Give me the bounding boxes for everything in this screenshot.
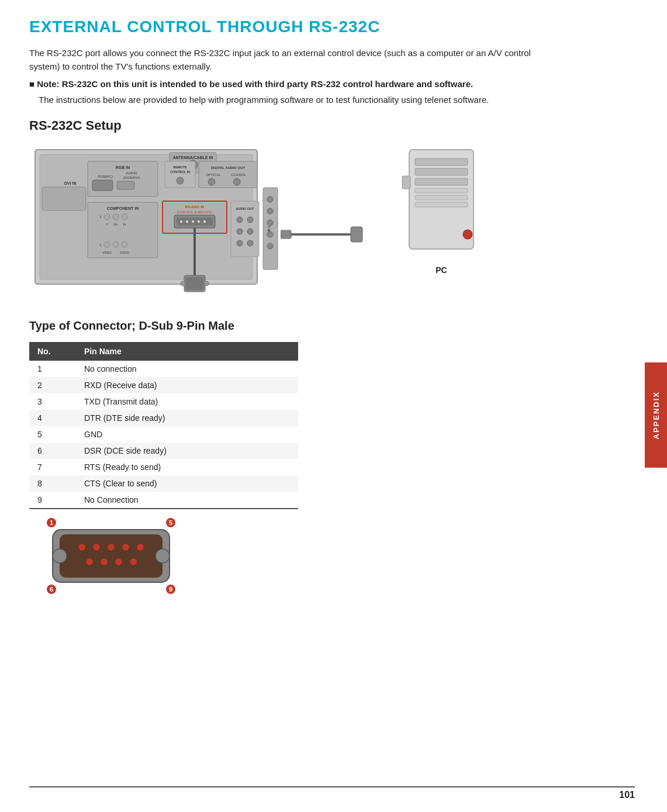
svg-point-19 xyxy=(208,178,215,185)
bottom-rule xyxy=(29,786,635,787)
note-bold: Note: RS-232C on this unit is intended t… xyxy=(29,78,532,91)
dsub-pin6-label: 6 xyxy=(47,585,56,594)
table-cell-no: 1 xyxy=(29,361,76,377)
table-cell-pin: CTS (Clear to send) xyxy=(76,475,298,492)
svg-point-91 xyxy=(86,558,93,565)
svg-point-33 xyxy=(113,241,119,247)
svg-text:AUDIO: AUDIO xyxy=(120,251,129,254)
svg-point-81 xyxy=(463,230,472,239)
svg-point-48 xyxy=(198,220,200,223)
svg-text:AUDIO: AUDIO xyxy=(126,171,137,175)
dsub-pin9-label: 9 xyxy=(166,585,175,594)
svg-point-90 xyxy=(137,544,144,551)
table-row: 7RTS (Ready to send) xyxy=(29,459,298,475)
svg-point-29 xyxy=(104,214,110,220)
svg-rect-74 xyxy=(415,158,468,165)
svg-point-64 xyxy=(267,243,273,249)
svg-rect-79 xyxy=(415,202,468,207)
note-sub: The instructions below are provided to h… xyxy=(29,94,532,107)
svg-text:Pb: Pb xyxy=(114,223,117,226)
svg-point-63 xyxy=(267,231,273,237)
table-cell-no: 5 xyxy=(29,426,76,443)
svg-rect-77 xyxy=(415,188,468,193)
svg-text:DVI IN: DVI IN xyxy=(64,181,77,185)
page-title: EXTERNAL CONTROL THROUGH RS-232C xyxy=(29,18,638,36)
svg-text:(CONTROL & SERVICE): (CONTROL & SERVICE) xyxy=(177,210,212,214)
svg-point-34 xyxy=(122,241,127,247)
svg-text:AUDIO OUT: AUDIO OUT xyxy=(236,207,255,210)
svg-text:RGB(PC): RGB(PC) xyxy=(98,175,112,178)
svg-point-46 xyxy=(186,220,188,223)
table-row: 9No Connection xyxy=(29,492,298,509)
dsub-diagram: 1 5 6 9 xyxy=(29,515,193,597)
svg-rect-11 xyxy=(92,180,113,191)
intro-paragraph: The RS-232C port allows you connect the … xyxy=(29,47,532,73)
svg-text:REMOTE: REMOTE xyxy=(173,165,187,169)
table-row: 2RXD (Receive data) xyxy=(29,377,298,393)
section-setup-title: RS-232C Setup xyxy=(29,118,638,133)
svg-point-31 xyxy=(122,214,127,220)
pc-device-svg xyxy=(398,144,485,261)
table-row: 8CTS (Clear to send) xyxy=(29,475,298,492)
dsub-pin5-label: 5 xyxy=(166,518,175,527)
pc-label: PC xyxy=(436,265,447,275)
svg-point-55 xyxy=(247,229,253,234)
dsub-diagram-container: 1 5 6 9 xyxy=(29,515,638,597)
svg-rect-25 xyxy=(88,202,158,258)
svg-text:RS-232C IN: RS-232C IN xyxy=(185,205,204,209)
cable-diagram xyxy=(281,144,398,302)
table-row: 4DTR (DTE side ready) xyxy=(29,410,298,426)
svg-rect-83 xyxy=(60,534,163,578)
svg-point-47 xyxy=(192,220,194,223)
svg-point-57 xyxy=(247,240,253,246)
svg-point-94 xyxy=(130,558,137,565)
table-cell-no: 6 xyxy=(29,443,76,459)
svg-point-84 xyxy=(53,549,67,563)
svg-point-93 xyxy=(115,558,122,565)
svg-point-92 xyxy=(101,558,108,565)
svg-text:ANTENNA/CABLE IN: ANTENNA/CABLE IN xyxy=(172,156,213,160)
dsub-pin1-label: 1 xyxy=(47,518,56,527)
svg-point-54 xyxy=(237,229,243,234)
col-header-no: No. xyxy=(29,342,76,361)
svg-text:VIDEO: VIDEO xyxy=(102,251,112,254)
svg-rect-12 xyxy=(117,181,134,189)
svg-point-68 xyxy=(181,281,185,286)
svg-point-24 xyxy=(177,177,184,184)
connector-title: Type of Connector; D-Sub 9-Pin Male xyxy=(29,319,638,333)
svg-rect-67 xyxy=(186,277,203,290)
svg-rect-75 xyxy=(415,168,468,175)
svg-point-69 xyxy=(204,281,209,286)
svg-point-53 xyxy=(247,217,253,223)
svg-text:OPTICAL: OPTICAL xyxy=(206,173,221,177)
svg-text:CONTROL IN: CONTROL IN xyxy=(170,170,190,174)
svg-point-30 xyxy=(113,214,119,220)
svg-text:COMPONENT IN: COMPONENT IN xyxy=(107,206,139,210)
svg-point-85 xyxy=(155,549,170,563)
svg-point-45 xyxy=(180,220,182,223)
page-number: 101 xyxy=(619,790,635,800)
svg-rect-76 xyxy=(415,178,468,185)
svg-text:RGB IN: RGB IN xyxy=(116,165,130,170)
svg-rect-71 xyxy=(281,230,291,239)
setup-diagram: ANTENNA/CABLE IN RGB IN RGB(PC) AUDIO (R… xyxy=(29,144,638,302)
svg-rect-78 xyxy=(415,195,468,200)
tv-panel-diagram: ANTENNA/CABLE IN RGB IN RGB(PC) AUDIO (R… xyxy=(29,144,281,302)
svg-point-88 xyxy=(108,544,115,551)
table-cell-no: 2 xyxy=(29,377,76,393)
svg-point-62 xyxy=(267,220,273,226)
table-cell-no: 4 xyxy=(29,410,76,426)
svg-point-61 xyxy=(267,208,273,214)
table-cell-pin: RTS (Ready to send) xyxy=(76,459,298,475)
svg-point-52 xyxy=(237,217,243,223)
svg-text:Pr: Pr xyxy=(123,223,126,226)
table-cell-pin: DTR (DTE side ready) xyxy=(76,410,298,426)
svg-point-87 xyxy=(93,544,100,551)
appendix-sidebar: APPENDIX xyxy=(645,362,667,468)
svg-point-60 xyxy=(267,196,273,202)
table-row: 1No connection xyxy=(29,361,298,377)
svg-point-49 xyxy=(203,220,206,223)
pc-wrapper: PC xyxy=(398,144,485,275)
table-cell-no: 9 xyxy=(29,492,76,509)
svg-text:DIGITAL AUDIO OUT: DIGITAL AUDIO OUT xyxy=(211,166,246,170)
